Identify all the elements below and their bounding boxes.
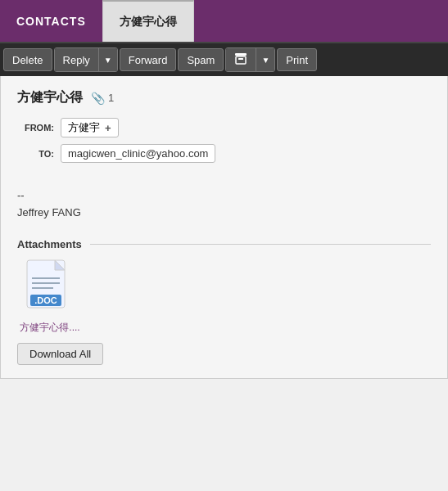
body-line2: Jeffrey FANG (17, 205, 431, 222)
from-row: FROM: 方健宇 + (17, 118, 431, 137)
attachment-count-badge: 📎 1 (91, 92, 114, 105)
archive-group: ▼ (225, 47, 275, 72)
to-label: TO: (17, 149, 54, 159)
paperclip-icon: 📎 (91, 92, 105, 105)
reply-dropdown-button[interactable]: ▼ (99, 48, 117, 71)
reply-group: Reply ▼ (54, 47, 118, 72)
to-row: TO: magicwen_clinic@yahoo.com (17, 144, 431, 163)
from-plus-button[interactable]: + (105, 122, 111, 134)
download-all-button[interactable]: Download All (17, 343, 103, 365)
toolbar: Delete Reply ▼ Forward Spam ▼ Print (0, 43, 448, 76)
attachments-section: Attachments .DOC 方健宇心得.... (17, 238, 431, 365)
print-button[interactable]: Print (277, 48, 317, 71)
reply-button[interactable]: Reply (55, 48, 99, 71)
attachment-count: 1 (108, 92, 114, 104)
from-label: FROM: (17, 123, 54, 133)
doc-file-icon: .DOC (24, 259, 76, 318)
archive-button[interactable] (226, 48, 256, 71)
attachment-filename: 方健宇心得.... (20, 321, 79, 335)
reply-dropdown-icon: ▼ (104, 56, 112, 65)
tab-email[interactable]: 方健宇心得 (102, 0, 194, 42)
spam-button[interactable]: Spam (178, 48, 224, 71)
svg-text:.DOC: .DOC (34, 295, 57, 305)
email-content-area: 方健宇心得 📎 1 FROM: 方健宇 + TO: magicwen_clini… (0, 76, 448, 379)
tab-bar: CONTACTS 方健宇心得 (0, 0, 448, 43)
email-body: -- Jeffrey FANG (17, 179, 431, 230)
svg-rect-2 (238, 58, 243, 60)
svg-rect-1 (236, 56, 246, 64)
attachment-item[interactable]: .DOC 方健宇心得.... (17, 259, 83, 335)
forward-button[interactable]: Forward (120, 48, 177, 71)
body-line1: -- (17, 187, 431, 205)
to-address: magicwen_clinic@yahoo.com (61, 144, 215, 163)
delete-button[interactable]: Delete (3, 48, 52, 71)
archive-dropdown-button[interactable]: ▼ (256, 48, 274, 71)
from-tag: 方健宇 + (61, 118, 119, 137)
tab-contacts[interactable]: CONTACTS (0, 0, 102, 42)
email-subject: 方健宇心得 (17, 89, 83, 106)
archive-icon (234, 52, 247, 68)
subject-row: 方健宇心得 📎 1 (17, 89, 431, 106)
svg-rect-0 (235, 53, 247, 56)
from-name: 方健宇 (68, 120, 100, 135)
attachments-header: Attachments (17, 238, 431, 250)
archive-dropdown-icon: ▼ (261, 56, 269, 65)
